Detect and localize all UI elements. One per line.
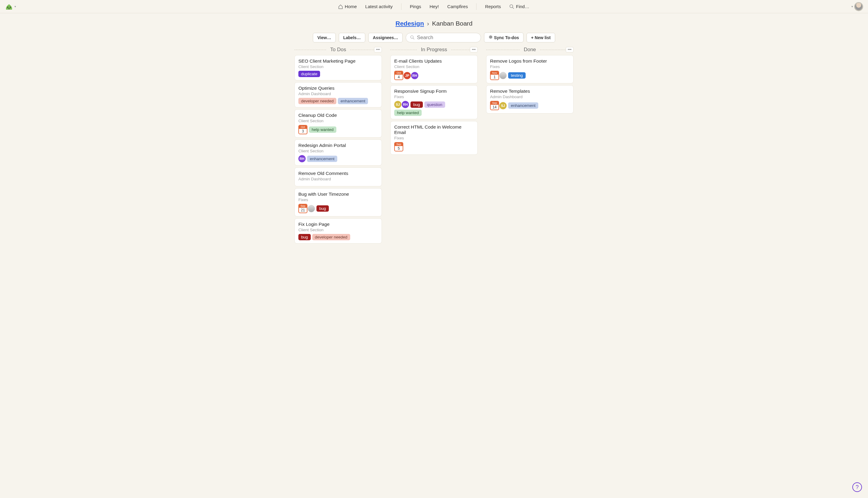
svg-point-1 bbox=[10, 6, 11, 8]
breadcrumb-sep: › bbox=[427, 20, 429, 27]
date-chip: Sep14 bbox=[490, 101, 499, 110]
tag-bug: bug bbox=[317, 205, 329, 212]
tag-duplicate: duplicate bbox=[298, 71, 320, 77]
caret-down-icon: ▾ bbox=[852, 5, 853, 8]
card-subtitle: Fixes bbox=[490, 64, 570, 69]
card-subtitle: Fixes bbox=[298, 197, 378, 202]
tag-enhancement: enhancement bbox=[338, 98, 368, 104]
nav-reports[interactable]: Reports bbox=[485, 4, 501, 9]
labels-button[interactable]: Labels… bbox=[339, 33, 365, 42]
card[interactable]: Fix Login Page Client Section bug develo… bbox=[294, 218, 382, 244]
card-subtitle: Client Section bbox=[298, 119, 378, 123]
column-menu-button[interactable]: ••• bbox=[374, 47, 382, 52]
tag-question: question bbox=[424, 102, 445, 108]
tag-developer-needed: developer needed bbox=[298, 98, 336, 104]
tag-help-wanted: help wanted bbox=[394, 109, 422, 116]
new-list-button[interactable]: + New list bbox=[526, 33, 555, 42]
view-button[interactable]: View… bbox=[313, 33, 336, 42]
card-title: Correct HTML Code in Welcome Email bbox=[394, 124, 474, 135]
column-title: In Progress bbox=[417, 47, 451, 53]
column-title: To Dos bbox=[326, 47, 350, 53]
nav-home[interactable]: Home bbox=[338, 4, 357, 9]
assignees-button[interactable]: Assignees… bbox=[368, 33, 403, 42]
column-in-progress: In Progress ••• E-mail Clients Updates C… bbox=[390, 47, 478, 157]
assignee-avatar: RH bbox=[298, 155, 306, 162]
column-menu-button[interactable]: ••• bbox=[566, 47, 574, 52]
card-title: Optimize Queries bbox=[298, 86, 378, 91]
date-chip: Nov1 bbox=[490, 71, 499, 80]
card[interactable]: Remove Logos from Footer Fixes Nov1 test… bbox=[486, 55, 574, 83]
card[interactable]: Remove Templates Admin Dashboard Sep14 S… bbox=[486, 85, 574, 114]
card-title: Bug with User Timezone bbox=[298, 192, 378, 197]
nav-home-label: Home bbox=[345, 4, 357, 9]
assignee-avatar: RH bbox=[411, 72, 418, 79]
assignee-avatar: RH bbox=[402, 101, 409, 108]
tag-bug: bug bbox=[410, 102, 423, 108]
search-box[interactable] bbox=[406, 33, 481, 42]
card-subtitle: Client Section bbox=[298, 149, 378, 153]
card[interactable]: Cleanup Old Code Client Section Oct3 hel… bbox=[294, 109, 382, 137]
assignee-avatar: JP bbox=[404, 72, 411, 79]
assignee-avatar: SJ bbox=[394, 101, 401, 108]
nav-latest-activity[interactable]: Latest activity bbox=[365, 4, 393, 9]
card-subtitle: Admin Dashboard bbox=[298, 92, 378, 96]
assignee-avatar bbox=[499, 72, 507, 79]
card[interactable]: Remove Old Comments Admin Dashboard bbox=[294, 167, 382, 186]
card-title: SEO Client Marketing Page bbox=[298, 58, 378, 64]
card[interactable]: Redesign Admin Portal Client Section RH … bbox=[294, 140, 382, 166]
assignee-avatar bbox=[308, 205, 315, 212]
nav-divider bbox=[476, 3, 476, 10]
user-menu[interactable]: ▾ bbox=[852, 2, 863, 11]
card[interactable]: Optimize Queries Admin Dashboard develop… bbox=[294, 82, 382, 107]
tag-enhancement: enhancement bbox=[508, 102, 538, 109]
column-menu-button[interactable]: ••• bbox=[470, 47, 478, 52]
card-subtitle: Client Section bbox=[394, 64, 474, 69]
svg-line-3 bbox=[512, 7, 514, 9]
svg-point-6 bbox=[490, 37, 492, 38]
card[interactable]: Responsive Signup Form Fixes SJ RH bug q… bbox=[390, 85, 478, 119]
tag-enhancement: enhancement bbox=[307, 156, 337, 162]
caret-down-icon: ▾ bbox=[14, 5, 16, 8]
assignee-avatar: SJ bbox=[499, 102, 507, 109]
card-subtitle: Client Section bbox=[298, 64, 378, 69]
card[interactable]: SEO Client Marketing Page Client Section… bbox=[294, 55, 382, 80]
breadcrumb-current: Kanban Board bbox=[432, 20, 472, 27]
breadcrumb-parent[interactable]: Redesign bbox=[395, 20, 424, 27]
nav-find[interactable]: Find… bbox=[509, 4, 529, 9]
nav-hey[interactable]: Hey! bbox=[430, 4, 439, 9]
date-chip: Oct3 bbox=[298, 125, 307, 134]
logo-group[interactable]: ▾ bbox=[5, 3, 16, 10]
card-subtitle: Fixes bbox=[394, 94, 474, 99]
tag-developer-needed: developer needed bbox=[312, 234, 350, 240]
card-title: Remove Old Comments bbox=[298, 171, 378, 176]
card-subtitle: Admin Dashboard bbox=[298, 177, 378, 181]
card-title: Cleanup Old Code bbox=[298, 113, 378, 118]
card-title: Remove Logos from Footer bbox=[490, 58, 570, 64]
card-subtitle: Admin Dashboard bbox=[490, 94, 570, 99]
column-header: In Progress ••• bbox=[390, 47, 478, 53]
column-header: Done ••• bbox=[486, 47, 574, 53]
card[interactable]: Correct HTML Code in Welcome Email Fixes… bbox=[390, 121, 478, 155]
column-done: Done ••• Remove Logos from Footer Fixes … bbox=[486, 47, 574, 115]
user-avatar bbox=[854, 2, 863, 11]
main-nav: Home Latest activity Pings Hey! Campfire… bbox=[338, 3, 529, 10]
column-todos: To Dos ••• SEO Client Marketing Page Cli… bbox=[294, 47, 382, 245]
home-icon bbox=[338, 4, 343, 9]
search-icon bbox=[410, 35, 414, 40]
card[interactable]: Bug with User Timezone Fixes Sep21 bug bbox=[294, 188, 382, 217]
sync-button[interactable]: Sync To-dos bbox=[484, 32, 524, 42]
date-chip: Sep5 bbox=[394, 142, 403, 152]
nav-campfires[interactable]: Campfires bbox=[447, 4, 468, 9]
column-title: Done bbox=[520, 47, 540, 53]
nav-pings[interactable]: Pings bbox=[410, 4, 421, 9]
card-title: Responsive Signup Form bbox=[394, 89, 474, 94]
magnifier-icon bbox=[509, 4, 514, 9]
card[interactable]: E-mail Clients Updates Client Section Oc… bbox=[390, 55, 478, 83]
card-title: E-mail Clients Updates bbox=[394, 58, 474, 64]
toolbar: View… Labels… Assignees… Sync To-dos + N… bbox=[0, 32, 868, 44]
search-input[interactable] bbox=[417, 35, 476, 41]
svg-point-0 bbox=[7, 6, 9, 8]
card-title: Remove Templates bbox=[490, 89, 570, 94]
card-subtitle: Fixes bbox=[394, 136, 474, 140]
tag-bug: bug bbox=[298, 234, 311, 240]
